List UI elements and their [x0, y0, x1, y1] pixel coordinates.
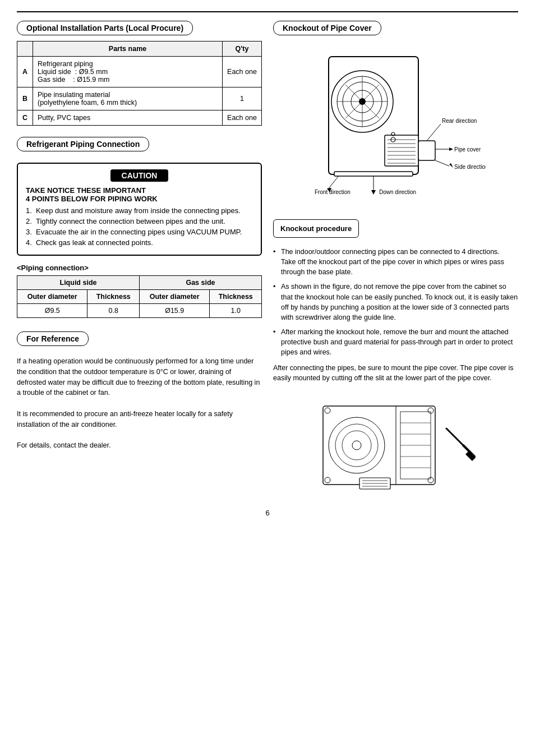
table-row: Ø9.5 0.8 Ø15.9 1.0: [17, 304, 262, 318]
list-item: Check gas leak at connected points.: [26, 238, 253, 247]
down-direction-label: Down direction: [379, 189, 416, 195]
row-letter-c: C: [17, 110, 33, 126]
svg-marker-27: [371, 190, 376, 195]
table-row: B Pipe insulating material (polyethylene…: [17, 87, 262, 110]
knockout-procedure-section: Knockout procedure The indoor/outdoor co…: [273, 208, 518, 384]
parts-table-col-qty: Q'ty: [223, 42, 262, 57]
gas-side-header: Gas side: [139, 276, 261, 290]
bullet-text-3: After marking the knockout hole, remove …: [281, 328, 513, 356]
thickness-1-header: Thickness: [87, 290, 140, 304]
row-name-b: Pipe insulating material (polyethylene f…: [33, 87, 223, 110]
list-item: The indoor/outdoor connecting pipes can …: [273, 247, 518, 277]
parts-table-col-empty: [17, 42, 33, 57]
ac-unit-svg: Rear direction Pipe cover Side direction…: [306, 45, 486, 197]
caution-box: CAUTION TAKE NOTICE THESE IMPORTANT4 POI…: [17, 163, 262, 256]
bullet-text-1: The indoor/outdoor connecting pipes can …: [281, 248, 504, 276]
row-letter-a: A: [17, 57, 33, 87]
bullet-text-2: As shown in the figure, do not remove th…: [281, 283, 518, 321]
reference-para-3: For details, contact the dealer.: [17, 440, 262, 451]
main-two-col: Optional Installation Parts (Local Procu…: [17, 21, 518, 497]
page-number: 6: [17, 509, 518, 517]
caution-list: Keep dust and moisture away from inside …: [26, 206, 253, 247]
piping-table: Liquid side Gas side Outer diameter Thic…: [17, 275, 262, 318]
pipe-cover-label: Pipe cover: [454, 146, 481, 153]
knockout-header: Knockout of Pipe Cover: [273, 21, 381, 35]
for-reference-header: For Reference: [17, 331, 89, 346]
thickness-2-val: 1.0: [210, 304, 262, 318]
knockout-section: Knockout of Pipe Cover: [273, 21, 518, 497]
knockout-bullet-list: The indoor/outdoor connecting pipes can …: [273, 247, 518, 357]
parts-table-col-name: Parts name: [33, 42, 223, 57]
knockout-diagram: Rear direction Pipe cover Side direction…: [273, 45, 518, 202]
svg-marker-23: [449, 163, 453, 168]
caution-label: CAUTION: [110, 169, 169, 182]
svg-rect-18: [418, 141, 435, 160]
outer-diam-1-header: Outer diameter: [17, 290, 87, 304]
row-qty-b: 1: [223, 87, 262, 110]
reference-para-2: It is recommended to procure an anti-fre…: [17, 409, 262, 430]
outer-diam-2-val: Ø15.9: [139, 304, 209, 318]
list-item: After marking the knockout hole, remove …: [273, 327, 518, 357]
page-container: Optional Installation Parts (Local Procu…: [17, 11, 518, 517]
thickness-1-val: 0.8: [87, 304, 140, 318]
optional-parts-section: Optional Installation Parts (Local Procu…: [17, 21, 262, 126]
piping-connection-sub: <Piping connection> Liquid side Gas side…: [17, 264, 262, 318]
list-item: Keep dust and moisture away from inside …: [26, 206, 253, 215]
optional-parts-header: Optional Installation Parts (Local Procu…: [17, 21, 193, 35]
knockout-procedure-title: Knockout procedure: [273, 219, 359, 238]
after-pipe-text: After connecting the pipes, be sure to m…: [273, 363, 518, 383]
outer-diam-1-val: Ø9.5: [17, 304, 87, 318]
parts-table: Parts name Q'ty A Refrigerant piping Liq…: [17, 41, 262, 126]
bottom-diagram-svg: [312, 395, 480, 496]
right-column: Knockout of Pipe Cover: [273, 21, 518, 497]
for-reference-text: If a heating operation would be continuo…: [17, 356, 262, 451]
row-qty-c: Each one: [223, 110, 262, 126]
outer-diam-2-header: Outer diameter: [139, 290, 209, 304]
row-qty-a: Each one: [223, 57, 262, 87]
row-letter-b: B: [17, 87, 33, 110]
svg-rect-28: [334, 172, 413, 176]
list-item: As shown in the figure, do not remove th…: [273, 282, 518, 322]
list-item: Evacuate the air in the connecting pipes…: [26, 228, 253, 236]
svg-line-22: [435, 160, 449, 166]
row-name-c: Putty, PVC tapes: [33, 110, 223, 126]
row-name-a: Refrigerant piping Liquid side : Ø9.5 mm…: [33, 57, 223, 87]
svg-line-19: [427, 124, 441, 141]
side-direction-label: Side direction: [454, 164, 486, 170]
front-direction-label: Front direction: [315, 189, 350, 195]
left-column: Optional Installation Parts (Local Procu…: [17, 21, 262, 497]
refrigerant-piping-header: Refrigerant Piping Connection: [17, 137, 149, 151]
for-reference-section: For Reference If a heating operation wou…: [17, 331, 262, 451]
rear-direction-label: Rear direction: [442, 118, 477, 124]
piping-sub-title: <Piping connection>: [17, 264, 262, 272]
table-row: C Putty, PVC tapes Each one: [17, 110, 262, 126]
caution-heading: TAKE NOTICE THESE IMPORTANT4 POINTS BELO…: [26, 186, 253, 203]
list-item: Tightly connect the connection between p…: [26, 217, 253, 225]
refrigerant-piping-section: Refrigerant Piping Connection CAUTION TA…: [17, 137, 262, 318]
bottom-diagram: [273, 395, 518, 497]
liquid-side-header: Liquid side: [17, 276, 140, 290]
svg-marker-21: [449, 147, 453, 151]
reference-para-1: If a heating operation would be continuo…: [17, 356, 262, 398]
table-row: A Refrigerant piping Liquid side : Ø9.5 …: [17, 57, 262, 87]
thickness-2-header: Thickness: [210, 290, 262, 304]
